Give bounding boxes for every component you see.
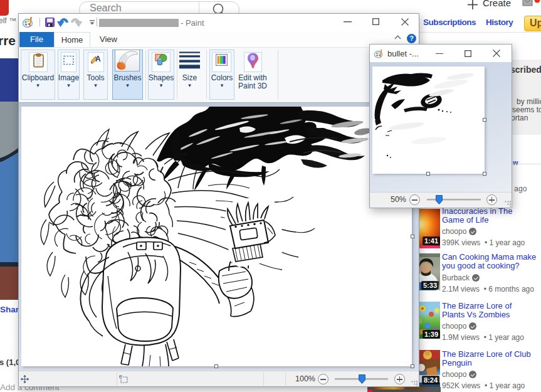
svg-text:A: A xyxy=(95,55,101,63)
